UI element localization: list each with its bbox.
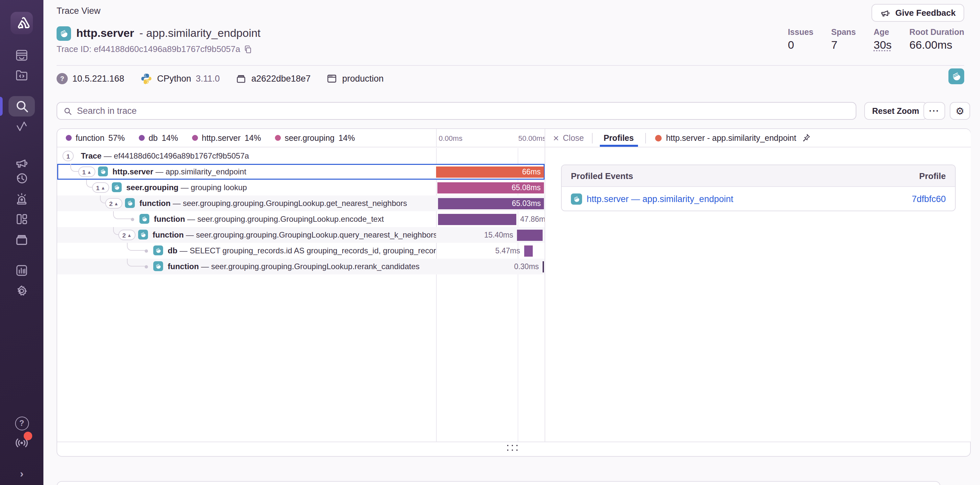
col-profiled-events: Profiled Events — [571, 171, 633, 181]
duration-bar[interactable] — [438, 214, 516, 225]
drawer-close-button[interactable]: × Close — [545, 129, 592, 147]
child-count-pill[interactable]: 2▲ — [105, 198, 123, 209]
pin-icon[interactable] — [801, 133, 811, 143]
sidebar-collapse-toggle[interactable]: › — [14, 466, 30, 482]
tree-connector — [100, 195, 105, 203]
legend-item[interactable]: function57% — [66, 133, 125, 142]
duration-bar[interactable] — [524, 245, 533, 256]
page-title: http.server - app.similarity_endpoint — [57, 26, 261, 41]
stat-root-duration: Root Duration66.00ms — [909, 28, 964, 52]
duration-bar[interactable]: 66ms — [436, 166, 544, 177]
give-feedback-button[interactable]: Give Feedback — [872, 4, 964, 22]
profile-id-link[interactable]: 7dfbfc60 — [912, 194, 946, 204]
legend-dot — [192, 135, 198, 141]
tab-profiles[interactable]: Profiles — [592, 129, 645, 147]
grip-dots-icon — [507, 445, 520, 454]
sidebar-item-help[interactable]: ? — [14, 415, 30, 431]
trace-settings-button[interactable]: ⚙ — [950, 102, 970, 120]
child-count-pill[interactable]: 1▲ — [92, 182, 109, 193]
platform-python-icon — [153, 261, 163, 271]
trace-row[interactable]: function — seer.grouping.grouping.Groupi… — [57, 211, 544, 227]
sidebar-item-feedback[interactable] — [14, 155, 30, 171]
trace-row[interactable]: 1▲http.server — app.similarity_endpoint6… — [57, 164, 544, 180]
drawer-resize-handle[interactable] — [57, 442, 970, 456]
code-folder-icon — [14, 68, 29, 82]
trace-row[interactable]: 1Trace — ef44188d60c1496a89b1767cf9b5057… — [57, 148, 544, 164]
more-options-button[interactable]: ··· — [923, 102, 945, 120]
duration-bar[interactable]: 65.03ms — [438, 198, 544, 209]
axis-start-label: 0.00ms — [439, 134, 462, 142]
legend-item[interactable]: seer.grouping14% — [275, 133, 355, 142]
trace-waterfall-card: function57%db14%http.server14%seer.group… — [57, 128, 971, 457]
time-axis: 0.00ms 50.00ms — [436, 129, 544, 147]
duration-label: 65.08ms — [512, 182, 541, 193]
sidebar-item-replays[interactable] — [14, 171, 30, 186]
package-icon — [235, 73, 247, 84]
meta-tag[interactable]: ?10.5.221.168 — [57, 73, 124, 84]
platform-python-icon — [98, 166, 108, 176]
duration-bar[interactable]: 65.08ms — [438, 182, 544, 193]
tree-connector — [86, 180, 92, 188]
span-description: seer.grouping — grouping lookup — [126, 180, 247, 195]
meta-tag[interactable]: a2622dbe18e7 — [235, 73, 310, 84]
trace-row[interactable]: 1▲seer.grouping — grouping lookup65.08ms — [57, 180, 544, 195]
trace-id: Trace ID: ef44188d60c1496a89b1767cf9b505… — [57, 44, 253, 54]
trace-row[interactable]: function — seer.grouping.grouping.Groupi… — [57, 258, 544, 274]
sentry-logo[interactable] — [11, 12, 33, 34]
span-description: function — seer.grouping.grouping.Groupi… — [168, 258, 420, 274]
search-icon — [14, 98, 29, 113]
trace-drawer: × Close Profiles http.server - app.simil… — [544, 129, 971, 442]
tree-connector — [127, 258, 145, 266]
stat-age: Age30s — [874, 28, 892, 52]
duration-bar[interactable] — [517, 229, 542, 241]
replay-clock-icon — [14, 171, 29, 185]
tree-leaf-dot — [131, 217, 134, 221]
sidebar-item-settings[interactable] — [14, 283, 30, 299]
header-divider — [57, 65, 964, 66]
span-color-dot — [655, 135, 661, 141]
sidebar-active-indicator — [0, 97, 3, 116]
main-content: Trace View Give Feedback http.server - a… — [43, 0, 980, 485]
trace-row[interactable]: 2▲function — seer.grouping.grouping.Grou… — [57, 195, 544, 211]
sidebar-item-search[interactable] — [14, 98, 30, 114]
next-section-card — [57, 481, 940, 485]
legend-item[interactable]: db14% — [139, 133, 178, 142]
sidebar-item-explore[interactable] — [14, 67, 30, 83]
duration-bar[interactable] — [543, 261, 544, 272]
platform-python-icon — [112, 182, 122, 192]
platform-python-icon — [571, 193, 582, 204]
megaphone-icon — [14, 156, 29, 171]
col-profile: Profile — [919, 171, 946, 181]
unknown-icon: ? — [57, 73, 68, 84]
duration-label: 15.40ms — [484, 227, 513, 243]
tree-leaf-dot — [145, 249, 148, 252]
meta-tag[interactable]: CPython 3.11.0 — [140, 72, 220, 85]
meta-tag[interactable]: production — [326, 73, 384, 84]
sidebar-item-performance[interactable] — [14, 118, 30, 134]
sidebar-item-dashboards[interactable] — [14, 211, 30, 227]
child-count-pill[interactable]: 1 — [62, 151, 74, 161]
close-icon: × — [553, 132, 559, 144]
drawer-node-crumb[interactable]: http.server - app.similarity_endpoint — [646, 133, 820, 143]
sidebar-item-releases[interactable] — [14, 231, 30, 247]
child-count-pill[interactable]: 1▲ — [78, 166, 95, 177]
sidebar-item-stats[interactable] — [14, 263, 30, 278]
chevron-up-icon: ▲ — [114, 201, 119, 206]
profiled-event-link[interactable]: http.server — app.similarity_endpoint — [571, 193, 733, 204]
child-count-pill[interactable]: 2▲ — [118, 230, 135, 240]
span-description: db — SELECT grouping_records.id AS group… — [168, 243, 436, 258]
sidebar-item-issues[interactable] — [14, 47, 30, 63]
span-description: function — seer.grouping.grouping.Groupi… — [140, 195, 407, 211]
copy-icon[interactable] — [244, 45, 253, 54]
trace-row[interactable]: 2▲function — seer.grouping.grouping.Grou… — [57, 227, 544, 243]
sidebar-item-alerts[interactable] — [14, 191, 30, 207]
trace-row[interactable]: db — SELECT grouping_records.id AS group… — [57, 243, 544, 258]
span-rows: 1Trace — ef44188d60c1496a89b1767cf9b5057… — [57, 148, 544, 442]
trace-stats: Issues0Spans7Age30sRoot Duration66.00ms — [788, 28, 964, 52]
span-description: function — seer.grouping.grouping.Groupi… — [154, 211, 384, 227]
search-input[interactable]: Search in trace — [57, 102, 856, 120]
drawer-header: × Close Profiles http.server - app.simil… — [545, 129, 971, 147]
legend-item[interactable]: http.server14% — [192, 133, 261, 142]
reset-zoom-button[interactable]: Reset Zoom — [864, 102, 927, 120]
span-description: Trace — ef44188d60c1496a89b1767cf9b5057a — [81, 148, 249, 164]
